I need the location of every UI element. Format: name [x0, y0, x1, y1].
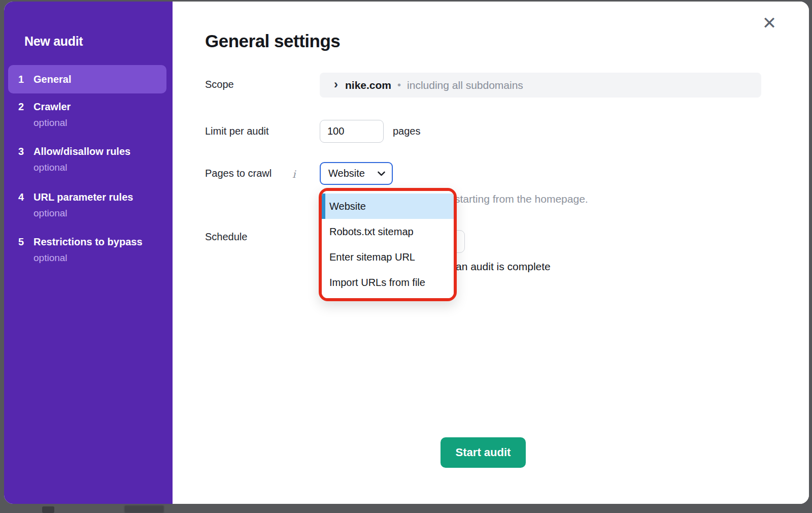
crawl-helper-text-fragment: starting from the homepage.	[455, 193, 588, 205]
sidebar-item-url-parameter-rules[interactable]: 4URL parameter rules	[18, 191, 133, 203]
limit-unit-label: pages	[393, 125, 421, 137]
step-optional-note: optional	[33, 252, 67, 264]
schedule-label: Schedule	[205, 231, 247, 243]
scope-subdomains-note: including all subdomains	[407, 79, 523, 91]
screen-background: New audit 1General 2Crawler optional 3Al…	[0, 0, 812, 513]
step-number: 1	[18, 74, 33, 85]
email-notification-text-fragment: an audit is complete	[456, 261, 551, 273]
step-label: Restrictions to bypass	[33, 236, 143, 247]
sidebar-item-allow-disallow-rules[interactable]: 3Allow/disallow rules	[18, 146, 130, 157]
dropdown-option-import-urls[interactable]: Import URLs from file	[322, 270, 454, 295]
close-button[interactable]: ✕	[756, 10, 783, 36]
bullet-separator: •	[397, 79, 401, 91]
limit-per-audit-input[interactable]	[320, 120, 384, 143]
pages-to-crawl-select[interactable]: Website	[320, 162, 393, 185]
step-number: 5	[18, 236, 33, 248]
chevron-down-icon	[378, 171, 385, 176]
dropdown-option-enter-sitemap-url[interactable]: Enter sitemap URL	[322, 244, 454, 270]
content-area: ✕ General settings Scope › nike.com • in…	[173, 2, 809, 504]
step-number: 4	[18, 191, 33, 203]
dropdown-option-robots-sitemap[interactable]: Robots.txt sitemap	[322, 219, 454, 244]
background-page-artifact	[124, 505, 164, 513]
start-audit-button[interactable]: Start audit	[441, 437, 526, 468]
page-title: General settings	[205, 31, 340, 51]
scope-domain: nike.com	[345, 79, 391, 91]
step-optional-note: optional	[33, 208, 67, 219]
step-number: 2	[18, 101, 33, 113]
step-label: Crawler	[33, 101, 71, 112]
step-optional-note: optional	[33, 162, 67, 173]
info-icon[interactable]: i	[292, 168, 295, 180]
limit-per-audit-label: Limit per audit	[205, 125, 269, 137]
background-page-artifact	[42, 506, 54, 513]
step-optional-note: optional	[33, 117, 67, 129]
step-label: General	[33, 74, 71, 85]
close-icon: ✕	[762, 14, 777, 31]
scope-label: Scope	[205, 79, 234, 90]
sidebar: New audit 1General 2Crawler optional 3Al…	[4, 2, 173, 504]
selected-option-label: Website	[328, 168, 365, 179]
annotation-highlight: Website Robots.txt sitemap Enter sitemap…	[319, 188, 457, 301]
dropdown-option-website[interactable]: Website	[322, 194, 454, 219]
sidebar-title: New audit	[24, 34, 83, 49]
pages-to-crawl-dropdown: Website Robots.txt sitemap Enter sitemap…	[322, 191, 454, 298]
step-label: URL parameter rules	[33, 191, 133, 203]
sidebar-item-general[interactable]: 1General	[18, 74, 71, 85]
sidebar-item-crawler[interactable]: 2Crawler	[18, 101, 71, 113]
sidebar-item-restrictions-to-bypass[interactable]: 5Restrictions to bypass	[18, 236, 143, 248]
pages-to-crawl-label: Pages to crawl	[205, 168, 272, 179]
step-label: Allow/disallow rules	[33, 146, 130, 157]
step-number: 3	[18, 146, 33, 157]
chevron-right-icon: ›	[334, 78, 338, 90]
scope-value-box[interactable]: › nike.com • including all subdomains	[320, 73, 761, 98]
new-audit-modal: New audit 1General 2Crawler optional 3Al…	[4, 2, 809, 504]
